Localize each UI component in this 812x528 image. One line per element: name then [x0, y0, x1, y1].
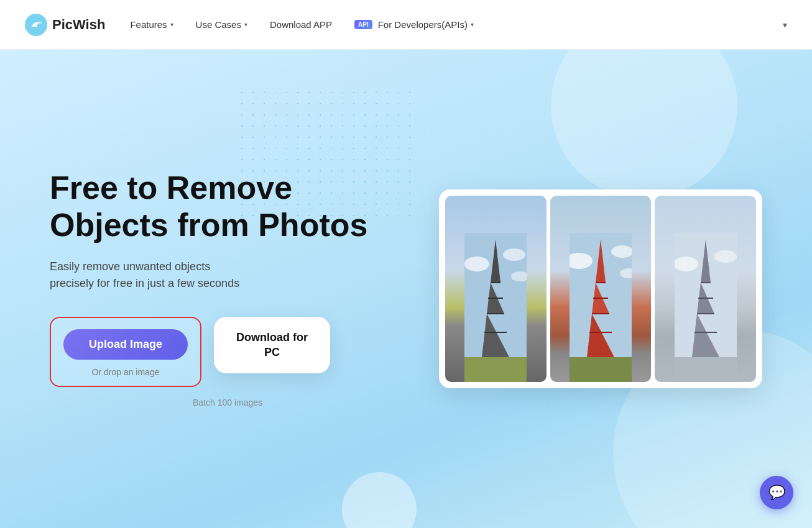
- nav-item-developers[interactable]: API For Developers(APIs) ▾: [354, 19, 474, 30]
- chevron-down-icon: ▾: [244, 21, 247, 28]
- hero-right: [398, 189, 762, 388]
- nav-item-features[interactable]: Features ▾: [130, 19, 173, 30]
- batch-text: Batch 100 images: [193, 398, 262, 407]
- hero-title: Free to Remove Objects from Photos: [50, 170, 398, 244]
- tower-svg-1: [464, 233, 527, 382]
- deco-circle-3: [342, 472, 417, 528]
- logo-icon: [25, 14, 47, 36]
- logo-text: PicWish: [52, 17, 105, 33]
- api-badge: API: [354, 20, 372, 29]
- upload-image-button[interactable]: Upload Image: [63, 329, 188, 360]
- tower-svg-3: [675, 233, 737, 382]
- navbar: PicWish Features ▾ Use Cases ▾ Download …: [0, 0, 812, 50]
- logo[interactable]: PicWish: [25, 14, 105, 36]
- svg-rect-18: [570, 357, 632, 382]
- cta-area: Upload Image Or drop an image Download f…: [50, 317, 398, 387]
- nav-items: Features ▾ Use Cases ▾ Download APP API …: [130, 19, 474, 30]
- hero-left: Free to Remove Objects from Photos Easil…: [50, 170, 398, 409]
- svg-rect-2: [464, 357, 527, 382]
- deco-circle-1: [551, 50, 737, 199]
- tower-svg-2: [570, 233, 632, 382]
- download-for-pc-box[interactable]: Download forPC: [214, 317, 330, 373]
- svg-point-11: [503, 248, 525, 261]
- chat-button[interactable]: 💬: [760, 476, 793, 509]
- chat-icon: 💬: [768, 485, 785, 501]
- upload-box: Upload Image Or drop an image: [50, 317, 201, 387]
- hero-section: Free to Remove Objects from Photos Easil…: [0, 50, 812, 528]
- nav-more-icon[interactable]: ▾: [783, 20, 787, 30]
- hero-subtitle: Easily remove unwanted objectsprecisely …: [50, 258, 398, 292]
- chevron-down-icon: ▾: [471, 21, 474, 28]
- nav-item-download-app[interactable]: Download APP: [270, 19, 332, 30]
- drop-text: Or drop an image: [92, 367, 160, 377]
- svg-rect-35: [675, 357, 737, 382]
- nav-item-use-cases[interactable]: Use Cases ▾: [196, 19, 247, 30]
- svg-point-44: [714, 250, 737, 263]
- download-label: Download forPC: [236, 330, 308, 360]
- svg-point-10: [464, 257, 489, 271]
- showcase-image-2: [550, 196, 652, 382]
- showcase-image-3: [655, 196, 756, 382]
- image-showcase: [439, 189, 762, 388]
- showcase-image-1: [445, 196, 547, 382]
- chevron-down-icon: ▾: [170, 21, 173, 28]
